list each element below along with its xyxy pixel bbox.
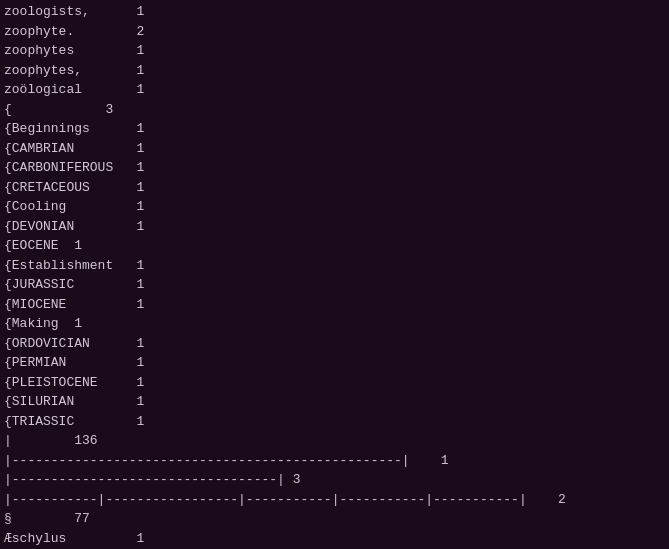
line-2: zoophyte. 2 — [4, 22, 665, 42]
line-20: {SILURIAN 1 — [4, 392, 665, 412]
line-9: {CARBONIFEROUS 1 — [4, 158, 665, 178]
line-3: zoophytes 1 — [4, 41, 665, 61]
line-8: {CAMBRIAN 1 — [4, 139, 665, 159]
terminal-output: zoologists, 1 zoophyte. 2 zoophytes 1 zo… — [4, 2, 665, 549]
line-sep-2: |----------------------------------| 3 — [4, 470, 665, 490]
line-16: {Making 1 — [4, 314, 665, 334]
line-7: {Beginnings 1 — [4, 119, 665, 139]
line-18: {PERMIAN 1 — [4, 353, 665, 373]
line-sep-3: |-----------|-----------------|---------… — [4, 490, 665, 510]
line-21: {TRIASSIC 1 — [4, 412, 665, 432]
line-6: { 3 — [4, 100, 665, 120]
line-sep-1: |---------------------------------------… — [4, 451, 665, 471]
line-aeschylus: Æschylus 1 — [4, 529, 665, 549]
line-13: {Establishment 1 — [4, 256, 665, 276]
line-17: {ORDOVICIAN 1 — [4, 334, 665, 354]
line-15: {MIOCENE 1 — [4, 295, 665, 315]
line-10: {CRETACEOUS 1 — [4, 178, 665, 198]
line-14: {JURASSIC 1 — [4, 275, 665, 295]
line-19: {PLEISTOCENE 1 — [4, 373, 665, 393]
line-1: zoologists, 1 — [4, 2, 665, 22]
line-5: zoölogical 1 — [4, 80, 665, 100]
line-12: {EOCENE 1 — [4, 236, 665, 256]
line-section-77: § 77 — [4, 509, 665, 529]
line-4: zoophytes, 1 — [4, 61, 665, 81]
line-11: {DEVONIAN 1 — [4, 217, 665, 237]
line-pipe-136: | 136 — [4, 431, 665, 451]
terminal-window: zoologists, 1 zoophyte. 2 zoophytes 1 zo… — [0, 0, 669, 549]
line-cooling: {Cooling 1 — [4, 197, 665, 217]
